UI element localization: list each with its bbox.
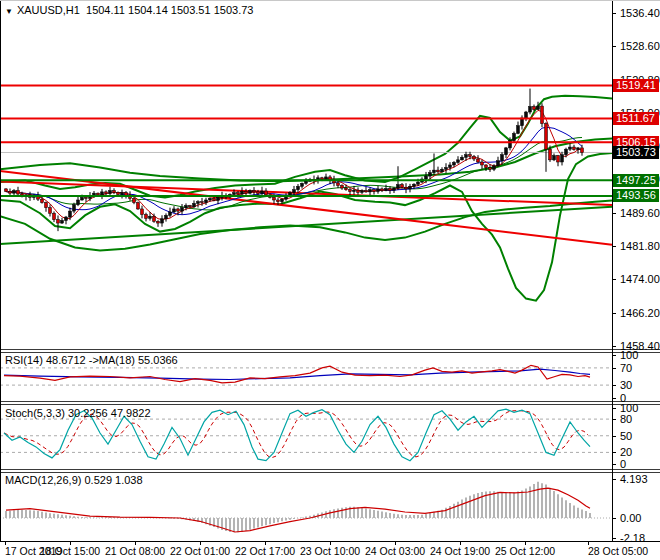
price-tick-label: 1489.60 <box>620 207 660 219</box>
rsi-tick-tick <box>612 385 616 386</box>
time-tick-label: 22 Oct 17:00 <box>235 545 295 557</box>
chart-left-border <box>0 1 1 541</box>
rsi-tick-label: 100 <box>620 349 638 361</box>
time-tick-label: 24 Oct 19:00 <box>430 545 490 557</box>
time-tick-label: 22 Oct 01:00 <box>170 545 230 557</box>
rsi-tick-label: 30 <box>620 379 632 391</box>
price-tick-tick <box>612 46 616 47</box>
rsi-tick-label: 70 <box>620 362 632 374</box>
price-tick-tick <box>612 213 616 214</box>
rsi-label: RSI(14) 48.6712 ->MA(18) 55.0366 <box>5 354 178 366</box>
price-badge: 1511.67 <box>613 112 659 125</box>
price-badge: 1519.41 <box>613 79 659 92</box>
stoch-tick-label: 50 <box>620 430 632 442</box>
time-tick-label: 21 Oct 08:00 <box>105 545 165 557</box>
time-tick-label: 24 Oct 03:00 <box>365 545 425 557</box>
stoch-tick-tick <box>612 464 616 465</box>
macd-label: MACD(12,26,9) 0.529 1.038 <box>5 474 143 486</box>
price-tick-tick <box>612 346 616 347</box>
price-tick-tick <box>612 279 616 280</box>
rsi-tick-tick <box>612 355 616 356</box>
macd-panel[interactable]: MACD(12,26,9) 0.529 1.038 <box>0 473 660 541</box>
price-tick-label: 1466.20 <box>620 307 660 319</box>
stoch-panel[interactable]: Stoch(5,3,3) 30.2256 47.9822 <box>0 405 660 469</box>
time-tick-label: 23 Oct 10:00 <box>300 545 360 557</box>
macd-tick-label: -2.18 <box>620 532 645 544</box>
rsi-tick-tick <box>612 398 616 399</box>
price-tick-label: 1481.80 <box>620 240 660 252</box>
chart-window: ▼XAUUSD,H1 1504.11 1504.14 1503.51 1503.… <box>0 0 660 560</box>
price-badge: 1503.73 <box>613 146 659 159</box>
time-tick-label: 28 Oct 05:00 <box>588 545 648 557</box>
macd-tick-label: 4.193 <box>620 473 648 485</box>
price-tick-tick <box>612 313 616 314</box>
stoch-tick-tick <box>612 408 616 409</box>
stoch-tick-tick <box>612 436 616 437</box>
price-tick-tick <box>612 13 616 14</box>
price-tick-label: 1528.60 <box>620 40 660 52</box>
stoch-label: Stoch(5,3,3) 30.2256 47.9822 <box>5 407 151 419</box>
price-tick-tick <box>612 246 616 247</box>
stoch-tick-tick <box>612 452 616 453</box>
price-badge: 1493.56 <box>613 189 659 202</box>
time-tick-label: 18 Oct 15:00 <box>40 545 100 557</box>
price-badge: 1497.25 <box>613 174 659 187</box>
main-chart-panel[interactable]: ▼XAUUSD,H1 1504.11 1504.14 1503.51 1503.… <box>0 1 660 349</box>
macd-tick-tick <box>612 538 616 539</box>
rsi-panel[interactable]: RSI(14) 48.6712 ->MA(18) 55.0366 <box>0 353 660 401</box>
stoch-tick-label: 80 <box>620 413 632 425</box>
stoch-tick-tick <box>612 419 616 420</box>
macd-tick-label: 0.00 <box>620 512 641 524</box>
macd-tick-tick <box>612 518 616 519</box>
macd-tick-tick <box>612 479 616 480</box>
price-tick-label: 1474.00 <box>620 273 660 285</box>
time-tick-label: 25 Oct 12:00 <box>495 545 555 557</box>
main-chart-canvas[interactable] <box>0 1 616 349</box>
price-tick-label: 1536.40 <box>620 7 660 19</box>
rsi-tick-tick <box>612 368 616 369</box>
stoch-tick-label: 0 <box>620 458 626 470</box>
